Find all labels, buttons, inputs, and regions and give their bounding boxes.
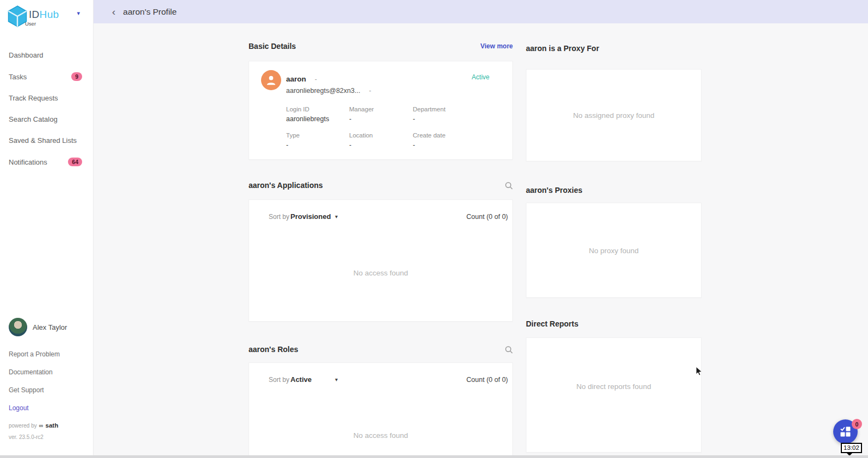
report-a-problem-link[interactable]: Report a Problem [9, 350, 84, 358]
direct-reports-header: Direct Reports [526, 319, 702, 328]
sidebar-footer: Alex Taylor Report a Problem Documentati… [0, 318, 93, 455]
roles-title: aaron's Roles [249, 345, 298, 354]
sidebar-nav: Dashboard Tasks 9 Track Requests Search … [0, 45, 93, 173]
proxy-for-title: aaron is a Proxy For [526, 44, 599, 53]
roles-count: Count (0 of 0) [467, 376, 508, 384]
sidebar: IDHub User ▾ Dashboard Tasks 9 Track Req… [0, 0, 94, 455]
basic-details-header: Basic Details View more [249, 42, 513, 51]
direct-reports-empty-state: No direct reports found [526, 382, 701, 391]
recording-timestamp: 13:02 [841, 443, 862, 453]
roles-header: aaron's Roles [249, 345, 513, 354]
basic-details-card: aaron- aaronliebregts@82xn3...- Active L… [249, 61, 513, 160]
proxies-header: aaron's Proxies [526, 186, 702, 195]
notifications-count-badge: 64 [68, 158, 82, 166]
search-icon[interactable] [505, 346, 513, 354]
sidebar-item-notifications[interactable]: Notifications 64 [0, 151, 93, 173]
applications-title: aaron's Applications [249, 181, 323, 190]
sidebar-item-search-catalog[interactable]: Search Catalog [0, 109, 93, 130]
profile-column: Basic Details View more aaron- aaronlieb… [249, 23, 513, 455]
field-label-department: Department [413, 106, 445, 112]
proxies-card: No proxy found [526, 203, 702, 298]
proxy-column: aaron is a Proxy For No assigned proxy f… [526, 23, 702, 455]
bottom-edge-strip [0, 455, 868, 458]
mouse-cursor [696, 366, 703, 377]
proxy-for-empty-state: No assigned proxy found [526, 111, 701, 120]
sort-by-label: Sort by [269, 213, 289, 221]
get-support-link[interactable]: Get Support [9, 386, 84, 394]
chevron-down-icon[interactable]: ▾ [77, 10, 80, 17]
idhub-logo-icon [8, 5, 27, 27]
grid-check-icon [840, 426, 851, 437]
roles-empty-state: No access found [249, 431, 512, 440]
roles-card: Sort by Active ▾ Count (0 of 0) No acces… [249, 362, 513, 455]
user-name: Alex Taylor [33, 323, 67, 331]
applications-header: aaron's Applications [249, 181, 513, 190]
documentation-link[interactable]: Documentation [9, 368, 84, 376]
app-logo: IDHub User ▾ [0, 0, 93, 28]
proxy-for-card: No assigned proxy found [526, 69, 702, 161]
page-title: aaron's Profile [123, 7, 177, 17]
field-value-location: - [349, 141, 351, 149]
applications-sort-dropdown[interactable]: Provisioned [290, 212, 331, 221]
applications-count: Count (0 of 0) [467, 213, 508, 221]
tasks-count-badge: 9 [71, 72, 82, 81]
logout-link[interactable]: Logout [9, 404, 84, 412]
field-value-login-id: aaronliebregts [286, 115, 329, 123]
field-label-type: Type [286, 132, 300, 139]
brand-subtitle: User [25, 21, 36, 27]
powered-brand: sath [46, 422, 59, 429]
direct-reports-card: No direct reports found [526, 337, 702, 453]
field-label-manager: Manager [349, 106, 374, 112]
view-more-link[interactable]: View more [480, 42, 513, 50]
field-label-create-date: Create date [413, 132, 445, 139]
roles-sort-dropdown[interactable]: Active [290, 375, 312, 384]
current-user[interactable]: Alex Taylor [9, 318, 84, 336]
proxy-for-header: aaron is a Proxy For [526, 44, 702, 53]
chevron-down-icon[interactable]: ▾ [335, 377, 338, 382]
sidebar-item-saved-shared-lists[interactable]: Saved & Shared Lists [0, 130, 93, 151]
proxies-title: aaron's Proxies [526, 186, 582, 195]
applications-empty-state: No access found [249, 269, 512, 277]
sidebar-item-dashboard[interactable]: Dashboard [0, 45, 93, 66]
field-value-manager: - [349, 115, 351, 123]
field-value-create-date: - [413, 141, 415, 149]
status-badge: Active [472, 73, 489, 81]
field-label-location: Location [349, 132, 373, 139]
brand-text: IDHub [29, 9, 59, 21]
widget-count-badge: 0 [852, 419, 862, 429]
back-chevron-icon[interactable]: ‹ [112, 7, 115, 17]
sidebar-item-track-requests[interactable]: Track Requests [0, 87, 93, 109]
user-avatar [9, 318, 27, 336]
sort-by-label: Sort by [269, 376, 289, 384]
profile-email: aaronliebregts@82xn3...- [286, 87, 371, 95]
main-content: Basic Details View more aaron- aaronlieb… [94, 23, 868, 455]
version-label: ver. 23.5.0-rc2 [9, 434, 84, 440]
powered-by: powered by ∞ sath [9, 422, 84, 429]
field-value-department: - [413, 115, 415, 123]
proxies-empty-state: No proxy found [526, 247, 701, 255]
sath-logo-icon: ∞ [39, 422, 44, 429]
applications-card: Sort by Provisioned ▾ Count (0 of 0) No … [249, 199, 513, 322]
chevron-down-icon[interactable]: ▾ [335, 214, 338, 219]
search-icon[interactable] [505, 181, 513, 190]
basic-details-title: Basic Details [249, 42, 296, 51]
profile-avatar-icon [261, 70, 281, 90]
field-value-type: - [286, 141, 288, 149]
direct-reports-title: Direct Reports [526, 319, 578, 328]
field-label-login-id: Login ID [286, 106, 309, 112]
profile-name: aaron- [286, 75, 317, 83]
top-bar: ‹ aaron's Profile [94, 0, 868, 23]
sidebar-item-tasks[interactable]: Tasks 9 [0, 66, 93, 87]
